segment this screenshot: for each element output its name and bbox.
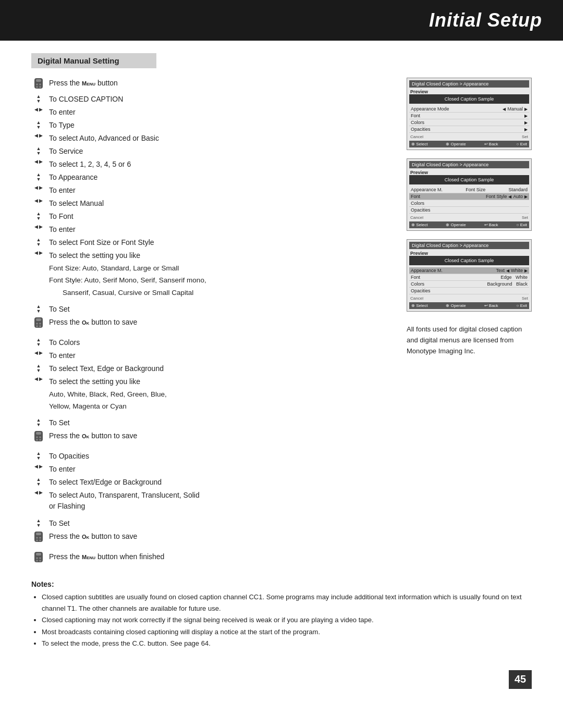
screen-row-3-1: Appearance M. Text ◀ White ▶: [409, 267, 529, 274]
instr-row-type: ▲▼ To Type: [31, 120, 391, 131]
colors-subtext-2: Yellow, Magenta or Cyan: [49, 401, 391, 412]
instr-text-opacities: To Opacities: [49, 451, 391, 462]
instr-row-enter-1: ◀▶ To enter: [31, 107, 391, 118]
note-item-4: To select the mode, press the C.C. butto…: [42, 638, 532, 649]
arrow-lr-icon-7: ◀▶: [31, 251, 46, 255]
svg-point-27: [39, 537, 41, 539]
instr-row-ok-3: Press the Ok button to save: [31, 531, 391, 545]
right-note: All fonts used for digital closed captio…: [407, 324, 532, 356]
instr-row-opacity-sel: ◀▶ To select Auto, Transparent, Transluc…: [31, 490, 391, 512]
svg-rect-7: [36, 79, 41, 82]
instr-row-set-3: ▲▼ To Set: [31, 518, 391, 529]
arrow-lr-icon-3: ◀▶: [31, 159, 46, 164]
arrow-ud-icon-10: ▲▼: [31, 418, 46, 427]
svg-point-29: [39, 539, 41, 541]
instr-text-enter-5: To enter: [49, 464, 391, 475]
arrow-ud-icon-6: ▲▼: [31, 238, 46, 247]
instr-text-colors-setting: To select the setting you like: [49, 376, 391, 387]
arrow-lr-icon-6: ◀▶: [31, 225, 46, 229]
instr-row-appearance: ▲▼ To Appearance: [31, 172, 391, 183]
instr-text-ok-3: Press the Ok button to save: [49, 531, 391, 542]
svg-point-20: [36, 436, 38, 438]
notes-section: Notes: Closed caption subtitles are usua…: [31, 580, 532, 649]
instr-text-cc: To CLOSED CAPTION: [49, 94, 391, 105]
remote-icon-1: [31, 78, 46, 92]
svg-point-28: [36, 539, 38, 541]
svg-point-34: [36, 560, 38, 562]
preview-box-3: Closed Caption Sample: [409, 256, 529, 265]
arrow-ud-icon-7: ▲▼: [31, 304, 46, 314]
screen-btn-row-2: CancelSet: [409, 214, 529, 220]
arrow-ud-icon-9: ▲▼: [31, 364, 46, 373]
instr-text-set-3: To Set: [49, 518, 391, 529]
svg-rect-19: [36, 432, 41, 435]
svg-point-11: [39, 86, 41, 88]
screen-row-2-2: Font Font Style ◀ Auto ▶: [409, 193, 529, 200]
svg-point-32: [36, 557, 38, 559]
arrow-ud-icon-8: ▲▼: [31, 338, 46, 347]
arrow-lr-icon-10: ◀▶: [31, 464, 46, 469]
arrow-ud-icon-13: ▲▼: [31, 519, 46, 528]
arrow-ud-icon-2: ▲▼: [31, 120, 46, 130]
arrow-ud-icon-11: ▲▼: [31, 451, 46, 461]
screen-btn-row-3: CancelSet: [409, 294, 529, 301]
screen-nav-bar-2: ⊕ Select⊕ Operate↩ Back○ Exit: [409, 221, 529, 228]
svg-rect-31: [36, 553, 41, 556]
arrow-lr-icon-1: ◀▶: [31, 107, 46, 112]
instr-text-ok-1: Press the Ok button to save: [49, 317, 391, 328]
svg-point-8: [36, 83, 38, 85]
instr-row-opacities: ▲▼ To Opacities: [31, 451, 391, 462]
instr-text-service-sel: To select 1, 2, 3, 4, 5 or 6: [49, 159, 391, 170]
instr-row-enter-5: ◀▶ To enter: [31, 464, 391, 475]
arrow-ud-icon-1: ▲▼: [31, 94, 46, 104]
screen-row-3-4: Opacities: [409, 288, 529, 294]
screen-mockup-1: Digital Closed Caption > Appearance Prev…: [407, 78, 532, 150]
screen-row-1-4: Opacities ▶: [409, 126, 529, 133]
instr-row-font-setting: ◀▶ To select the setting you like: [31, 250, 391, 261]
instr-row-enter-3: ◀▶ To enter: [31, 224, 391, 235]
instr-text-font: To Font: [49, 211, 391, 222]
instr-text-enter-2: To enter: [49, 185, 391, 196]
instr-text-type-sel: To select Auto, Advanced or Basic: [49, 133, 391, 144]
instr-text-font-sel: To select Font Size or Font Style: [49, 237, 391, 248]
instr-row-cc: ▲▼ To CLOSED CAPTION: [31, 94, 391, 105]
instr-row-ok-1: Press the Ok button to save: [31, 317, 391, 331]
instr-row-menu-finish: Press the Menu button when finished: [31, 551, 391, 565]
remote-icon-3: [31, 431, 46, 445]
note-item-2: Closed captioning may not work correctly…: [42, 614, 532, 626]
instr-text-font-setting: To select the setting you like: [49, 250, 391, 261]
svg-point-14: [36, 323, 38, 325]
instr-text-set-2: To Set: [49, 417, 391, 428]
screen-row-2-4: Opacities: [409, 207, 529, 214]
page-header: Initial Setup: [0, 0, 563, 41]
instr-text-enter-4: To enter: [49, 350, 391, 361]
arrow-ud-icon-3: ▲▼: [31, 146, 46, 156]
screen-title-2: Digital Closed Caption > Appearance: [409, 161, 529, 168]
instr-row-service: ▲▼ To Service: [31, 146, 391, 157]
note-item-3: Most broadcasts containing closed captio…: [42, 626, 532, 638]
screen-mockup-3: Digital Closed Caption > Appearance Prev…: [407, 239, 532, 312]
svg-point-21: [39, 436, 41, 438]
instr-text-colors: To Colors: [49, 337, 391, 348]
instr-row-manual: ◀▶ To select Manual: [31, 198, 391, 209]
instr-row-set-1: ▲▼ To Set: [31, 304, 391, 315]
svg-rect-25: [36, 533, 41, 535]
screen-row-1-1: Appearance Mode ◀ Manual ▶: [409, 106, 529, 113]
screens-col: Digital Closed Caption > Appearance Prev…: [407, 78, 532, 356]
instr-text-ok-2: Press the Ok button to save: [49, 430, 391, 441]
instr-text-teb: To select Text, Edge or Background: [49, 363, 391, 374]
instr-text-enter-1: To enter: [49, 107, 391, 118]
svg-point-35: [39, 560, 41, 562]
page-title: Initial Setup: [0, 9, 542, 31]
instr-text-type: To Type: [49, 120, 391, 131]
screen-nav-bar-1: ⊕ Select⊕ Operate↩ Back○ Exit: [409, 141, 529, 147]
preview-label-3: Preview: [409, 251, 529, 256]
instr-row-menu: Press the Menu button: [31, 78, 391, 92]
notes-list: Closed caption subtitles are usually fou…: [42, 591, 532, 649]
instr-text-service: To Service: [49, 146, 391, 157]
screen-row-3-3: Colors Background Black: [409, 281, 529, 288]
instr-row-ok-2: Press the Ok button to save: [31, 430, 391, 445]
screen-mockup-2: Digital Closed Caption > Appearance Prev…: [407, 158, 532, 231]
page-number-badge: 45: [509, 670, 532, 689]
colors-subtext-1: Auto, White, Black, Red, Green, Blue,: [49, 389, 391, 400]
